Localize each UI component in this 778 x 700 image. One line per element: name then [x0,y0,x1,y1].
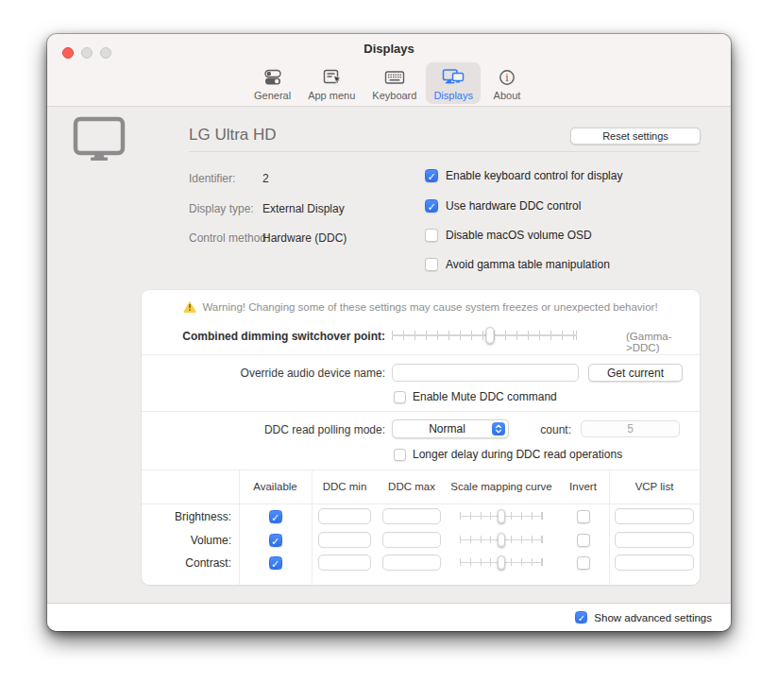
avoid-gamma-label: Avoid gamma table manipulation [446,258,610,271]
col-header-curve: Scale mapping curve [446,470,557,504]
contrast-ddc-max-input[interactable] [382,555,441,571]
tab-about-label: About [494,90,521,101]
desktop: Displays General [0,0,778,700]
contrast-ddc-min-input[interactable] [318,555,371,571]
option-hardware-ddc: Use hardware DDC control [425,199,581,213]
option-disable-osd: Disable macOS volume OSD [425,229,592,242]
mute-ddc-checkbox[interactable] [394,391,406,403]
col-header-invert: Invert [557,470,609,504]
avoid-gamma-checkbox[interactable] [425,258,438,271]
section-divider [142,411,700,412]
polling-mode-label: DDC read polling mode: [142,423,385,436]
displays-settings-window: Displays General [47,34,731,631]
table-header-divider [142,504,700,504]
display-name: LG Ultra HD [189,126,277,145]
contrast-invert-checkbox[interactable] [577,556,590,570]
longer-delay-checkbox[interactable] [394,449,406,461]
window-title: Displays [47,42,731,56]
col-header-ddc-max: DDC max [378,470,446,504]
displays-icon [441,66,465,89]
identifier-value: 2 [262,172,269,185]
brightness-ddc-min-input[interactable] [318,508,371,524]
count-field[interactable]: 5 [581,420,680,437]
contrast-available-checkbox[interactable] [269,556,282,570]
section-divider [142,354,700,355]
reset-settings-button[interactable]: Reset settings [570,128,701,145]
monitor-icon [73,116,126,162]
tab-keyboard[interactable]: Keyboard [364,62,424,104]
tab-app-menu-label: App menu [308,90,355,101]
brightness-vcp-input[interactable] [615,508,694,524]
control-method-value: Hardware (DDC) [262,231,347,245]
brightness-ddc-max-input[interactable] [382,508,441,524]
tab-general-label: General [254,90,291,101]
show-advanced-checkbox[interactable] [575,611,587,623]
contrast-vcp-input[interactable] [615,555,694,571]
hardware-ddc-label: Use hardware DDC control [446,199,581,213]
display-type-value: External Display [262,202,345,215]
brightness-curve-slider[interactable] [460,509,543,523]
volume-ddc-min-input[interactable] [318,532,371,548]
identifier-label: Identifier: [189,172,235,185]
brightness-available-checkbox[interactable] [269,510,282,523]
col-header-ddc-min: DDC min [312,470,378,504]
dimming-label: Combined dimming switchover point: [142,330,385,343]
tab-keyboard-label: Keyboard [372,90,416,101]
dimming-slider[interactable] [392,327,577,344]
show-advanced-label: Show advanced settings [594,612,712,623]
option-keyboard-control: Enable keyboard control for display [425,169,622,182]
volume-available-checkbox[interactable] [269,534,282,547]
get-current-button[interactable]: Get current [588,364,683,382]
brightness-row-label: Brightness: [142,510,231,523]
count-label: count: [500,423,571,436]
longer-delay-row: Longer delay during DDC read operations [394,448,622,461]
audio-name-label: Override audio device name: [142,367,385,380]
warning-row: Warning! Changing some of these settings… [142,300,700,313]
polling-mode-popup[interactable]: Normal [392,419,509,438]
mute-ddc-label: Enable Mute DDC command [413,390,557,403]
toggles-icon [262,66,283,89]
warning-icon [183,300,196,313]
contrast-row-label: Contrast: [142,556,231,570]
control-method-label: Control method: [189,231,269,245]
display-type-label: Display type: [189,202,254,215]
tab-displays[interactable]: Displays [426,62,481,104]
slider-knob[interactable] [485,327,494,344]
toolbar: General App menu [47,62,731,104]
mute-ddc-row: Enable Mute DDC command [394,390,557,403]
col-header-vcp: VCP list [609,470,700,504]
info-circle-icon: i [497,66,517,89]
audio-name-input[interactable] [392,364,579,382]
tab-displays-label: Displays [433,90,473,101]
volume-invert-checkbox[interactable] [577,534,590,547]
slider-track [392,334,577,336]
advanced-settings-panel: Warning! Changing some of these settings… [142,290,700,585]
volume-ddc-max-input[interactable] [382,532,441,548]
dimming-suffix: (Gamma->DDC) [626,331,700,353]
svg-text:i: i [505,72,509,83]
titlebar: Displays General [47,34,731,107]
footer-bar: Show advanced settings [47,603,731,631]
tab-general[interactable]: General [246,62,298,104]
col-header-available: Available [239,470,312,504]
hardware-ddc-checkbox[interactable] [425,199,438,213]
keyboard-icon [383,66,406,89]
volume-vcp-input[interactable] [615,532,694,548]
warning-text: Warning! Changing some of these settings… [202,301,657,313]
menu-cursor-icon [321,66,342,89]
brightness-invert-checkbox[interactable] [577,510,590,523]
keyboard-control-label: Enable keyboard control for display [446,169,622,182]
content-area: LG Ultra HD Reset settings Identifier: 2… [47,107,731,603]
tab-app-menu[interactable]: App menu [300,62,363,104]
option-avoid-gamma: Avoid gamma table manipulation [425,258,610,271]
contrast-curve-slider[interactable] [460,555,543,570]
longer-delay-label: Longer delay during DDC read operations [413,448,622,461]
disable-osd-label: Disable macOS volume OSD [446,229,592,242]
tab-about[interactable]: i About [482,62,532,104]
volume-curve-slider[interactable] [460,533,543,547]
volume-row-label: Volume: [142,534,231,547]
polling-mode-value: Normal [393,422,492,435]
disable-osd-checkbox[interactable] [425,229,438,242]
header-divider [189,151,700,152]
keyboard-control-checkbox[interactable] [425,169,438,182]
